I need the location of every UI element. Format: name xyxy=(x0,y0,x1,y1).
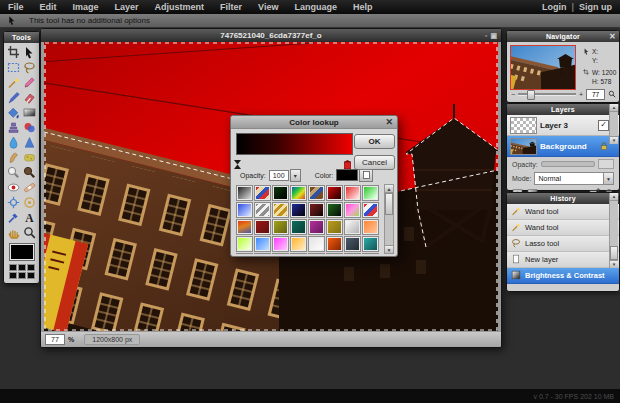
scroll-down-icon[interactable]: ▼ xyxy=(385,245,393,253)
clone-stamp-tool[interactable] xyxy=(6,120,21,134)
history-item[interactable]: New layer xyxy=(507,252,619,268)
gradient-swatch[interactable] xyxy=(362,202,379,218)
menu-item-filter[interactable]: Filter xyxy=(212,2,250,12)
gradient-stop-red[interactable] xyxy=(344,155,351,164)
gradient-swatch[interactable] xyxy=(344,236,361,252)
crop-tool[interactable] xyxy=(6,45,21,59)
color-lookup-titlebar[interactable]: Color lookup ✕ xyxy=(231,116,397,129)
pencil-tool[interactable] xyxy=(22,75,37,89)
gradient-swatch[interactable] xyxy=(290,236,307,252)
gradient-swatch[interactable] xyxy=(326,219,343,235)
layers-scrollbar[interactable]: ▲ ▼ xyxy=(609,104,618,144)
menu-item-layer[interactable]: Layer xyxy=(107,2,147,12)
brush-tool[interactable] xyxy=(6,90,21,104)
gradient-swatch[interactable] xyxy=(254,236,271,252)
gradient-swatch[interactable] xyxy=(236,219,253,235)
gradient-swatch[interactable] xyxy=(344,253,361,254)
history-item[interactable]: Brightness & Contrast xyxy=(507,268,619,284)
canvas-zoom-input[interactable]: 77 xyxy=(45,334,65,345)
menu-item-help[interactable]: Help xyxy=(345,2,381,12)
close-icon[interactable]: ✕ xyxy=(609,31,616,42)
hand-tool[interactable] xyxy=(6,225,21,239)
layer-row-background[interactable]: Background xyxy=(507,136,619,157)
gradient-swatch[interactable] xyxy=(272,202,289,218)
gradient-swatch[interactable] xyxy=(290,202,307,218)
gradient-swatch[interactable] xyxy=(290,219,307,235)
scroll-up-icon[interactable]: ▲ xyxy=(610,104,618,112)
menu-item-edit[interactable]: Edit xyxy=(32,2,65,12)
gradient-swatch[interactable] xyxy=(290,185,307,201)
blend-mode-select[interactable]: Normal ▼ xyxy=(534,172,614,185)
color-replace-tool[interactable] xyxy=(22,120,37,134)
bloat-tool[interactable] xyxy=(6,195,21,209)
gradient-swatch[interactable] xyxy=(308,219,325,235)
gradient-swatch[interactable] xyxy=(236,202,253,218)
palette-square[interactable] xyxy=(27,264,35,271)
scroll-thumb[interactable] xyxy=(385,193,393,215)
scroll-up-icon[interactable]: ▲ xyxy=(385,185,393,193)
gradient-swatch[interactable] xyxy=(272,219,289,235)
gradient-swatch[interactable] xyxy=(308,236,325,252)
stop-color-swatch[interactable] xyxy=(336,169,358,181)
smudge-tool[interactable] xyxy=(6,150,21,164)
ok-button[interactable]: OK xyxy=(354,134,395,149)
palette-square[interactable] xyxy=(27,272,35,279)
gradient-swatch[interactable] xyxy=(344,185,361,201)
sponge-tool[interactable] xyxy=(22,150,37,164)
scroll-up-icon[interactable]: ▲ xyxy=(610,193,618,201)
gradient-swatch[interactable] xyxy=(308,253,325,254)
menu-item-adjustment[interactable]: Adjustment xyxy=(147,2,213,12)
swatch-scrollbar[interactable]: ▲ ▼ xyxy=(384,184,394,254)
layer-opacity-slider[interactable] xyxy=(541,161,595,167)
copy-color-icon[interactable] xyxy=(359,169,373,182)
gradient-swatch[interactable] xyxy=(272,185,289,201)
window-maximize-icon[interactable]: ▣ xyxy=(490,32,497,40)
zoom-tool[interactable] xyxy=(22,225,37,239)
gradient-swatch[interactable] xyxy=(254,219,271,235)
dodge-tool[interactable] xyxy=(6,165,21,179)
gradient-swatch[interactable] xyxy=(236,185,253,201)
gradient-swatch[interactable] xyxy=(272,236,289,252)
palette-square[interactable] xyxy=(18,264,26,271)
navigator-zoom-slider[interactable] xyxy=(518,93,576,96)
menu-item-view[interactable]: View xyxy=(250,2,286,12)
gradient-swatch[interactable] xyxy=(326,202,343,218)
scroll-thumb[interactable] xyxy=(610,246,618,260)
gradient-swatch[interactable] xyxy=(254,253,271,254)
foreground-color-swatch[interactable] xyxy=(9,243,35,261)
spot-heal-tool[interactable] xyxy=(22,180,37,194)
blur-tool[interactable] xyxy=(6,135,21,149)
gradient-swatch[interactable] xyxy=(326,253,343,254)
wand-tool[interactable] xyxy=(6,75,21,89)
signup-link[interactable]: Sign up xyxy=(579,2,612,12)
palette-square[interactable] xyxy=(9,272,17,279)
menu-item-image[interactable]: Image xyxy=(65,2,107,12)
menu-item-language[interactable]: Language xyxy=(286,2,345,12)
type-tool[interactable]: A xyxy=(22,210,37,224)
layer-visibility-checkbox[interactable]: ✓ xyxy=(598,120,609,131)
gradient-swatch[interactable] xyxy=(326,185,343,201)
navigator-thumbnail[interactable] xyxy=(511,46,575,89)
window-minimize-icon[interactable]: ▫ xyxy=(485,32,487,39)
gradient-swatch[interactable] xyxy=(326,236,343,252)
image-window-titlebar[interactable]: 7476521040_6cda7377ef_o ▫ ▣ xyxy=(41,29,501,42)
palette-square[interactable] xyxy=(9,264,17,271)
gradient-swatch[interactable] xyxy=(362,185,379,201)
gradient-swatch[interactable] xyxy=(344,219,361,235)
scroll-down-icon[interactable]: ▼ xyxy=(610,136,618,144)
gradient-swatch[interactable] xyxy=(344,202,361,218)
eraser-tool[interactable] xyxy=(22,90,37,104)
red-eye-tool[interactable] xyxy=(6,180,21,194)
gradient-swatch[interactable] xyxy=(236,236,253,252)
gradient-swatch[interactable] xyxy=(272,253,289,254)
palette-square[interactable] xyxy=(18,272,26,279)
gradient-swatch[interactable] xyxy=(308,202,325,218)
opacity-spinner-icon[interactable]: ▾ xyxy=(290,169,301,182)
history-item[interactable]: Wand tool xyxy=(507,204,619,220)
gradient-swatch[interactable] xyxy=(362,253,379,254)
gradient-swatch[interactable] xyxy=(254,202,271,218)
gradient-swatch[interactable] xyxy=(236,253,253,254)
history-item[interactable]: Lasso tool xyxy=(507,236,619,252)
gradient-swatch[interactable] xyxy=(362,236,379,252)
gradient-swatch[interactable] xyxy=(254,185,271,201)
